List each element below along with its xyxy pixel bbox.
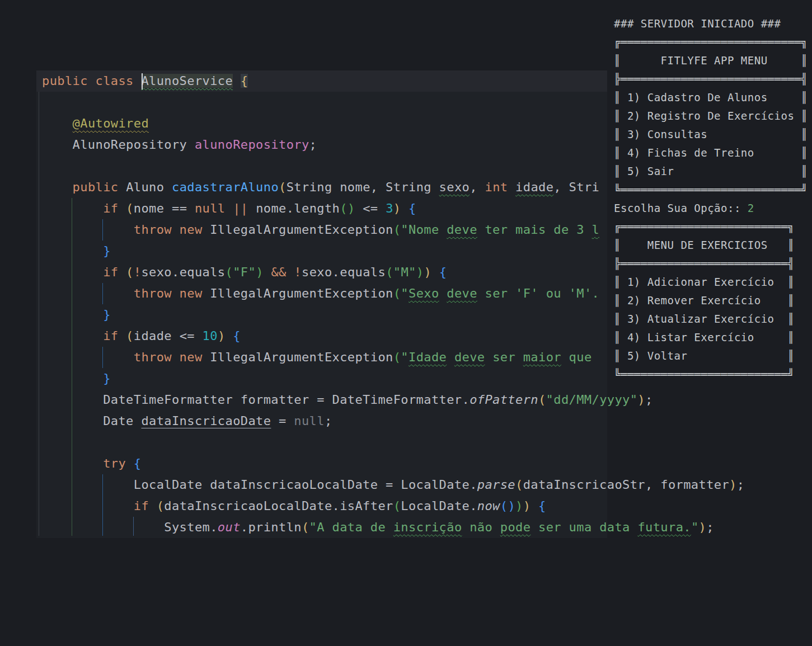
terminal-menu-exercicios: ╔═════════════════════════╗ ║ MENU DE EX…	[614, 218, 794, 384]
code-line[interactable]: }	[42, 368, 111, 389]
code-line[interactable]: }	[42, 241, 111, 262]
terminal-server-status: ### SERVIDOR INICIADO ###	[614, 15, 781, 33]
code-line[interactable]: if (nome == null || nome.length() <= 3) …	[42, 198, 416, 219]
code-line[interactable]: System.out.println("A data de inscrição …	[42, 517, 714, 538]
terminal-panel[interactable]: ### SERVIDOR INICIADO ### ╔═════════════…	[607, 0, 812, 387]
code-line[interactable]: DateTimeFormatter formatter = DateTimeFo…	[42, 389, 653, 411]
indent-guide	[39, 92, 39, 536]
code-line[interactable]: Date dataInscricaoDate = null;	[42, 411, 332, 432]
code-line[interactable]: @Autowired	[42, 113, 149, 134]
text-cursor	[142, 73, 143, 89]
code-line[interactable]: throw new IllegalArgumentException("Idad…	[42, 347, 599, 368]
code-line[interactable]: if (dataInscricaoLocalDate.isAfter(Local…	[42, 496, 546, 517]
terminal-prompt-label: Escolha Sua Opção::	[614, 202, 748, 214]
code-line[interactable]: AlunoRepository alunoRepository;	[42, 134, 317, 155]
ide-window: public class AlunoService { @Autowired A…	[0, 0, 812, 646]
terminal-input-value[interactable]: 2	[748, 202, 754, 214]
code-line[interactable]: if (idade <= 10) {	[42, 326, 241, 347]
code-line[interactable]: try {	[42, 453, 141, 474]
terminal-menu-fitlyfe: ╔═══════════════════════════╗ ║ FITLYFE …	[614, 33, 808, 199]
code-line[interactable]: LocalDate dataInscricaoLocalDate = Local…	[42, 474, 744, 496]
code-line[interactable]: if (!sexo.equals("F") && !sexo.equals("M…	[42, 262, 447, 283]
code-line[interactable]: throw new IllegalArgumentException("Sexo…	[42, 283, 599, 304]
code-line[interactable]: public Aluno cadastrarAluno(String nome,…	[42, 177, 599, 198]
code-line[interactable]: public class AlunoService {	[42, 70, 248, 92]
code-line[interactable]: }	[42, 304, 111, 326]
code-line[interactable]: throw new IllegalArgumentException("Nome…	[42, 219, 599, 241]
terminal-prompt[interactable]: Escolha Sua Opção:: 2	[614, 199, 754, 218]
